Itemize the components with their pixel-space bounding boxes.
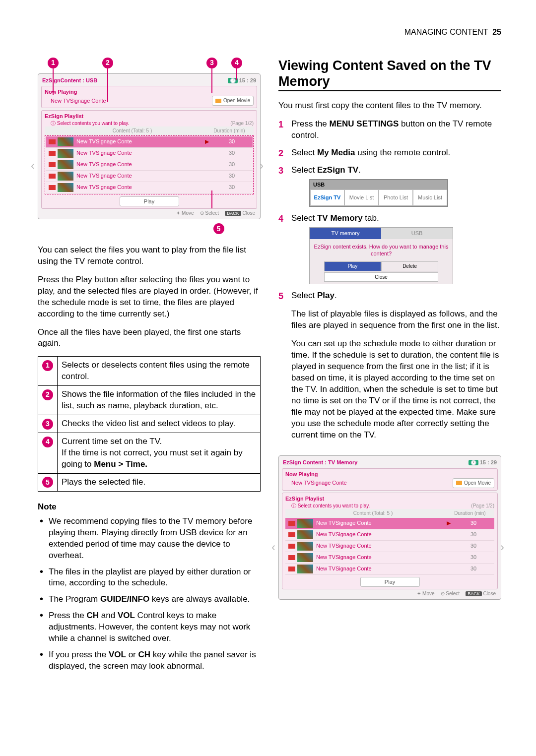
- ezsign-usb-panel: EzSignContent : USB 🕐 15 : 29 Now Playin…: [38, 73, 261, 219]
- footer-select: ⊙ Select: [200, 210, 219, 217]
- tab-movie-list[interactable]: Movie List: [344, 189, 379, 206]
- prev-page-arrow[interactable]: ‹: [31, 160, 39, 172]
- callout-3: 3: [206, 58, 217, 68]
- footer-move: ✦ Move: [176, 210, 194, 217]
- media-tabs-panel: USB EzSign TV Movie List Photo List Musi…: [309, 179, 448, 207]
- playlist-row[interactable]: New TVSignage Conte30: [285, 529, 494, 541]
- note-heading: Note: [38, 502, 261, 513]
- playlist-row[interactable]: New TVSignage Conte▶30: [285, 518, 494, 529]
- open-movie-button[interactable]: Open Movie: [453, 478, 494, 488]
- playlist-row[interactable]: New TVSignage Conte30: [46, 159, 253, 171]
- footer-close: BACK Close: [225, 210, 255, 217]
- folder-icon: [215, 99, 221, 103]
- playlist-row[interactable]: New TVSignage Conte30: [46, 182, 253, 193]
- playlist-row[interactable]: New TVSignage Conte30: [285, 564, 494, 575]
- play-icon: ▶: [205, 138, 209, 145]
- playlist-row[interactable]: New TVSignage Conte30: [285, 552, 494, 564]
- callout-5: 5: [213, 223, 224, 234]
- body-text: Press the Play button after selecting th…: [38, 274, 261, 320]
- tab-usb[interactable]: USB: [381, 228, 453, 239]
- play-button[interactable]: Play: [360, 577, 420, 587]
- playlist-label: EzSign Playlist: [45, 113, 254, 120]
- panel-title: EzSign Content : TV Memory: [283, 459, 357, 466]
- body-text: You must first copy the content files to…: [278, 100, 501, 112]
- tab-ezsign-tv[interactable]: EzSign TV: [310, 189, 344, 206]
- now-playing-label: Now Playing: [45, 88, 254, 96]
- tab-tv-memory[interactable]: TV memory: [310, 228, 381, 239]
- playlist-row[interactable]: New TVSignage Conte30: [46, 171, 253, 182]
- callout-4: 4: [231, 58, 242, 68]
- section-heading: Viewing Content Saved on the TV Memory: [278, 58, 501, 92]
- open-movie-button[interactable]: Open Movie: [212, 96, 254, 106]
- callout-legend-table: 1Selects or deselects content files usin…: [38, 356, 261, 491]
- now-playing-content: New TVSignage Conte: [45, 97, 209, 105]
- dialog-close-button[interactable]: Close: [324, 272, 438, 282]
- play-button[interactable]: Play: [120, 196, 179, 207]
- next-page-arrow[interactable]: ›: [260, 160, 268, 172]
- playlist-row[interactable]: New TVSignage Conte30: [285, 541, 494, 552]
- flag-icon: [49, 139, 56, 144]
- tv-memory-dialog: TV memory USB EzSign content exists, How…: [309, 227, 453, 285]
- playlist-row[interactable]: New TVSignage Conte30: [46, 148, 253, 159]
- next-page-arrow[interactable]: ›: [500, 541, 508, 553]
- callout-1: 1: [48, 58, 59, 68]
- callout-2: 2: [102, 58, 113, 68]
- ezsign-tvmemory-panel: EzSign Content : TV Memory 🕐 15 : 29 Now…: [278, 455, 501, 599]
- dialog-delete-button[interactable]: Delete: [381, 261, 438, 271]
- tab-photo-list[interactable]: Photo List: [379, 189, 413, 206]
- folder-icon: [456, 481, 462, 485]
- prev-page-arrow[interactable]: ‹: [271, 541, 279, 553]
- note-list: We recommend copying files to the TV mem…: [38, 516, 261, 672]
- dialog-play-button[interactable]: Play: [324, 261, 381, 271]
- page-header: MANAGING CONTENT 25: [38, 27, 501, 38]
- body-text: You can select the files you want to pla…: [38, 245, 261, 267]
- panel-title: EzSignContent : USB: [42, 77, 97, 84]
- playlist-row[interactable]: New TVSignage Conte ▶ 30: [46, 136, 253, 148]
- clock-icon: 🕐: [469, 460, 478, 465]
- dialog-message: EzSign content exists, How do you want t…: [310, 239, 453, 262]
- body-text: Once all the files have been played, the…: [38, 327, 261, 350]
- tab-music-list[interactable]: Music List: [413, 189, 447, 206]
